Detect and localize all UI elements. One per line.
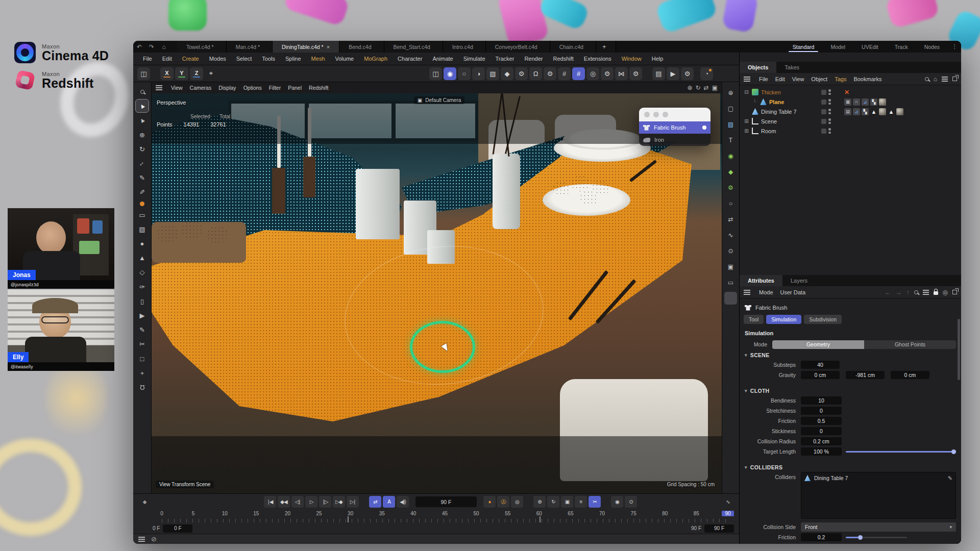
render-icon[interactable]: ▶ xyxy=(667,67,679,80)
enable-axis-icon[interactable]: ○ xyxy=(724,197,737,210)
friction-field[interactable]: 0.5 xyxy=(801,417,842,425)
document-tab[interactable]: Bend.c4d xyxy=(339,41,384,53)
viewport-solo-icon[interactable]: ▭ xyxy=(724,276,737,289)
axis-center-tool[interactable]: + xyxy=(136,367,149,380)
plane-primitive-tool[interactable]: ◇ xyxy=(136,266,149,279)
live-selection-tool[interactable]: ▲ xyxy=(136,99,149,112)
tool-tab[interactable]: Subdivision xyxy=(804,315,842,324)
viewport-nav-icon[interactable]: ▣ xyxy=(712,84,718,91)
attributes-panel-tab[interactable]: Layers xyxy=(782,275,816,286)
menu-item[interactable]: Spline xyxy=(281,54,306,63)
collapse-icon[interactable]: ⊟ xyxy=(744,89,749,95)
attributes-filter-icon[interactable] xyxy=(923,292,929,293)
tool-tab[interactable]: Tool xyxy=(744,315,764,324)
toolbar-icon[interactable]: # xyxy=(572,67,585,80)
ruler-tick-label[interactable]: 5 xyxy=(187,511,200,516)
menu-item[interactable]: Create xyxy=(178,54,204,63)
toolbar-icon[interactable]: ⚙ xyxy=(629,67,642,80)
loop-button[interactable]: A xyxy=(383,496,395,508)
colliders-listbox[interactable]: Dining Table 7 ✎ xyxy=(801,472,956,519)
toolbar-icon[interactable]: ○ xyxy=(458,67,471,80)
render-icon[interactable]: ⚙ xyxy=(681,67,694,80)
gravity-x-field[interactable]: 0 cm xyxy=(801,371,840,379)
selection-tag-icon[interactable]: ▲ xyxy=(870,108,877,115)
range-end-field[interactable]: 90 F xyxy=(704,524,734,533)
ruler-tick-label[interactable]: 85 xyxy=(690,511,702,516)
redshift-render-icon[interactable]: ◔ xyxy=(700,67,713,80)
objects-popout-icon[interactable] xyxy=(952,77,957,81)
animation-mode-icon[interactable]: ⊙ xyxy=(724,244,737,257)
uvw-tag-icon[interactable]: ▚ xyxy=(870,98,877,106)
visibility-dots[interactable] xyxy=(828,128,831,134)
undo-icon[interactable]: ↶ xyxy=(133,41,145,53)
toolbar-icon[interactable]: ◉ xyxy=(444,67,456,80)
toolbar-icon[interactable]: ⚙ xyxy=(515,67,528,80)
mode-ghost-points-option[interactable]: Ghost Points xyxy=(864,340,956,349)
viewport-menu-item[interactable]: Filter xyxy=(265,84,284,92)
document-tab[interactable]: Intro.c4d xyxy=(443,41,486,53)
document-tab[interactable]: + xyxy=(596,41,616,53)
cloth-group-header[interactable]: ▾ CLOTH xyxy=(740,385,961,395)
editor-toggle[interactable] xyxy=(821,99,826,105)
annotation-tag-icon[interactable]: ⊟ xyxy=(844,108,851,115)
document-tab[interactable]: Bend_Start.c4d xyxy=(384,41,443,53)
simulation-tag-icon[interactable]: ⊿ xyxy=(862,98,869,106)
ruler-tick-label[interactable]: 80 xyxy=(659,511,671,516)
objects-menu-item[interactable]: Bookmarks xyxy=(850,75,885,83)
cone-primitive-tool[interactable]: ▲ xyxy=(136,252,149,264)
keying-button[interactable]: ▣ xyxy=(561,496,573,508)
workplane-mode-icon[interactable]: ⇄ xyxy=(724,213,737,226)
object-mode-icon[interactable]: ▧ xyxy=(724,118,737,131)
selection-tag-icon-2[interactable]: ▲ xyxy=(888,108,895,115)
menu-item[interactable]: Animate xyxy=(428,54,457,63)
go-up-icon[interactable]: ↑ xyxy=(906,289,910,296)
record-button[interactable]: Ⓐ xyxy=(497,496,509,508)
rectangle-selection-tool[interactable]: ▲ xyxy=(136,114,149,127)
misc-anim-button[interactable]: ◉ xyxy=(611,496,623,508)
viewport-menu-item[interactable]: Display xyxy=(215,84,239,92)
ruler-tick-label[interactable]: 45 xyxy=(438,511,451,516)
render-icon[interactable]: ▤ xyxy=(652,67,665,80)
material-tag-icon[interactable] xyxy=(879,98,886,106)
loop-button[interactable]: ⇄ xyxy=(369,496,381,508)
mode-geometry-option[interactable]: Geometry xyxy=(772,340,864,349)
traffic-dot-icon[interactable] xyxy=(653,112,659,117)
frame-selection-tool[interactable]: □ xyxy=(136,353,149,365)
material-tag-icon[interactable] xyxy=(879,108,886,115)
object-row-thicken[interactable]: ⊟ Thicken ✕ xyxy=(740,87,961,97)
visibility-dots[interactable] xyxy=(828,89,831,95)
active-tool-slot[interactable] xyxy=(724,292,737,305)
menu-item[interactable]: Help xyxy=(647,54,668,63)
toolbar-icon[interactable]: ▧ xyxy=(486,67,499,80)
visibility-dots[interactable] xyxy=(828,99,831,105)
attributes-hamburger-icon[interactable] xyxy=(744,292,750,293)
axis-lock-button[interactable]: X xyxy=(160,67,174,80)
scene-group-header[interactable]: ▾ SCENE xyxy=(740,349,961,360)
spline-mode-icon[interactable]: ∿ xyxy=(724,229,737,241)
traffic-dot-icon[interactable] xyxy=(644,112,650,117)
target-icon[interactable]: ◎ xyxy=(943,289,948,296)
menu-item[interactable]: Window xyxy=(617,54,646,63)
sphere-primitive-tool[interactable]: ● xyxy=(136,237,149,250)
menu-item[interactable]: Modes xyxy=(205,54,231,63)
menu-item[interactable]: Redshift xyxy=(548,54,578,63)
editor-toggle[interactable] xyxy=(821,90,826,95)
keying-button[interactable]: ✂ xyxy=(589,496,601,508)
move-mode-icon[interactable]: ⊕ xyxy=(724,86,737,99)
object-name[interactable]: Scene xyxy=(761,118,777,124)
menu-item[interactable]: Volume xyxy=(331,54,359,63)
play-forward-tool[interactable]: ▶ xyxy=(136,309,149,322)
playback-button[interactable]: ▷ xyxy=(305,496,317,508)
misc-anim-button[interactable]: ⊙ xyxy=(625,496,637,508)
object-name[interactable]: Plane xyxy=(769,99,784,105)
objects-menu-item[interactable]: Object xyxy=(807,75,831,83)
document-tab[interactable]: Man.c4d * xyxy=(227,41,273,53)
object-name[interactable]: Dining Table 7 xyxy=(761,109,797,115)
camera-label-pill[interactable]: ▣ Default Camera xyxy=(414,96,464,104)
menu-item[interactable]: MoGraph xyxy=(359,54,392,63)
object-row-room[interactable]: ⊞ Room xyxy=(740,126,961,136)
rectangle-tool[interactable]: ▭ xyxy=(136,209,149,221)
ruler-tick-label[interactable]: 25 xyxy=(313,511,325,516)
redo-icon[interactable]: ↷ xyxy=(145,41,158,53)
playback-button[interactable]: ∣▷ xyxy=(319,496,331,508)
